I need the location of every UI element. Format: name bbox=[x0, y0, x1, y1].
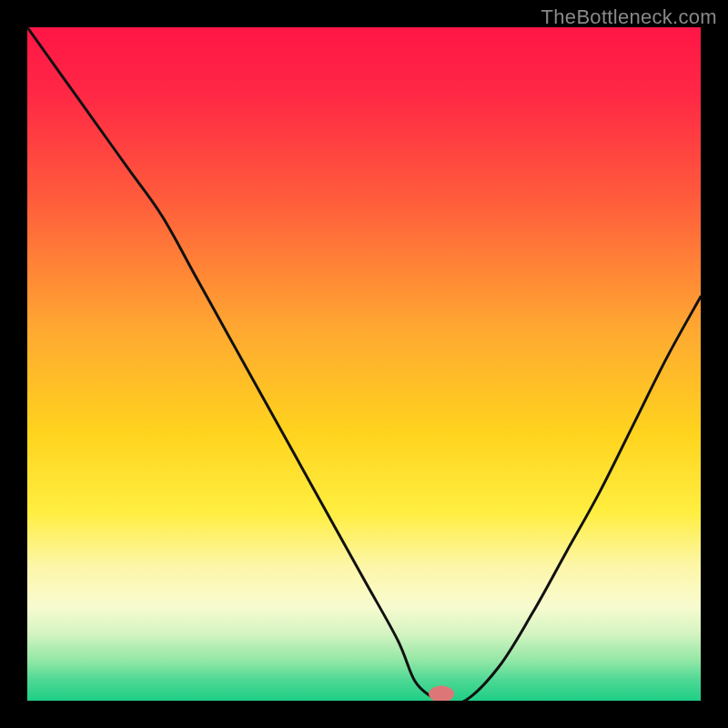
gradient-background bbox=[27, 27, 701, 701]
bottleneck-plot bbox=[27, 27, 701, 701]
chart-frame: TheBottleneck.com bbox=[0, 0, 728, 728]
watermark-text: TheBottleneck.com bbox=[541, 5, 717, 29]
plot-svg bbox=[27, 27, 701, 701]
